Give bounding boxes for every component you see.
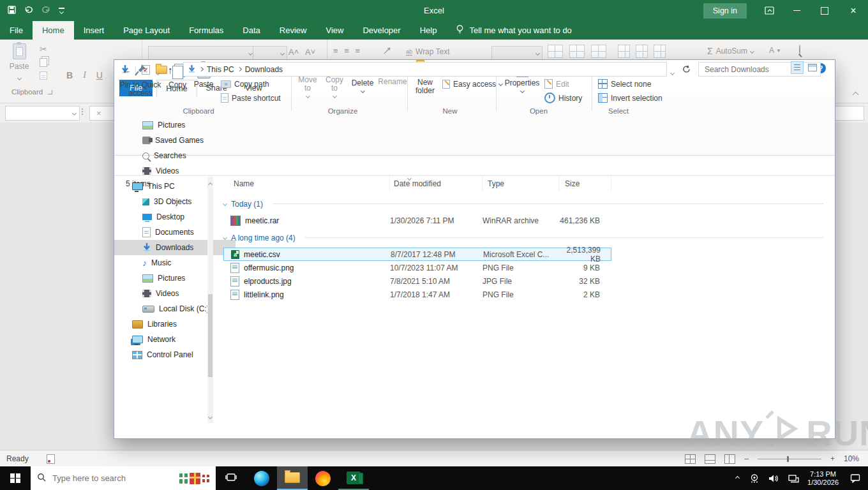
sidebar-item-videos[interactable]: Videos — [114, 163, 236, 179]
sidebar-item-saved-games[interactable]: Saved Games — [114, 133, 236, 148]
recorder-tray-icon[interactable] — [745, 473, 764, 483]
underline-button[interactable]: U — [96, 70, 103, 80]
excel-tab-help[interactable]: Help — [410, 21, 447, 40]
excel-tab-formulas[interactable]: Formulas — [179, 21, 233, 40]
invert-selection-button[interactable]: Invert selection — [598, 92, 662, 104]
paste-shortcut-button[interactable]: Paste shortcut — [221, 92, 281, 104]
zoom-slider[interactable] — [758, 459, 821, 459]
excel-restore-button[interactable] — [811, 0, 839, 21]
large-icons-view-icon[interactable] — [807, 62, 818, 73]
file-row-littlelink-png[interactable]: littlelink.png 1/7/2018 1:47 AM PNG File… — [223, 288, 611, 301]
alignment-buttons[interactable]: ≡ ≡ ≡ — [333, 46, 362, 56]
column-header-name[interactable]: Name — [223, 177, 390, 191]
excel-tab-developer[interactable]: Developer — [353, 21, 410, 40]
zoom-out-icon[interactable]: – — [744, 454, 749, 463]
sidebar-item-3d-objects[interactable]: 3D Objects — [114, 194, 236, 209]
action-center-icon[interactable] — [842, 473, 868, 483]
easy-access-button[interactable]: Easy access — [442, 78, 502, 90]
volume-icon[interactable] — [764, 474, 783, 483]
sidebar-item-documents[interactable]: Documents — [114, 225, 236, 240]
font-name-select[interactable] — [148, 46, 255, 60]
hidden-icons-chevron-icon[interactable] — [730, 477, 745, 480]
excel-tab-home[interactable]: Home — [33, 21, 74, 40]
address-bar[interactable]: This PC Downloads — [183, 62, 667, 77]
sign-in-button[interactable]: Sign in — [703, 3, 747, 19]
sidebar-item-videos-2[interactable]: Videos — [114, 286, 236, 301]
bold-button[interactable]: B — [66, 70, 73, 80]
format-as-table-icon[interactable] — [569, 45, 585, 58]
taskbar-file-explorer-button[interactable] — [277, 466, 308, 490]
file-row-meetic-rar[interactable]: meetic.rar 1/30/2026 7:11 PM WinRAR arch… — [223, 214, 611, 227]
excel-close-button[interactable]: × — [839, 0, 868, 21]
tell-me-box[interactable]: Tell me what you want to do — [446, 21, 581, 40]
excel-tab-view[interactable]: View — [316, 21, 353, 40]
format-painter-icon[interactable] — [40, 71, 47, 80]
shrink-font-icon[interactable]: A˅ — [305, 47, 315, 57]
number-format-select[interactable] — [491, 46, 542, 60]
format-cells-icon[interactable] — [654, 45, 666, 58]
breadcrumb-this-pc[interactable]: This PC — [207, 65, 234, 74]
page-break-view-icon[interactable] — [724, 454, 735, 464]
page-layout-view-icon[interactable] — [705, 454, 715, 464]
normal-view-icon[interactable] — [685, 454, 696, 464]
insert-cells-icon[interactable] — [618, 45, 630, 58]
breadcrumb-downloads[interactable]: Downloads — [245, 65, 283, 74]
taskbar-firefox-button[interactable] — [308, 466, 338, 490]
file-row-meetic-csv[interactable]: ameetic.csv 8/7/2017 12:48 PM Microsoft … — [223, 248, 611, 261]
macro-record-icon[interactable] — [47, 454, 55, 464]
excel-tab-page-layout[interactable]: Page Layout — [114, 21, 179, 40]
column-header-size[interactable]: Size — [559, 177, 611, 191]
select-none-button[interactable]: Select none — [598, 78, 651, 90]
back-icon[interactable]: ← — [122, 64, 131, 75]
sidebar-item-local-disk-c[interactable]: Local Disk (C:) — [114, 301, 236, 316]
file-row-elproducts-jpg[interactable]: elproducts.jpg 7/8/2021 5:10 AM JPG File… — [223, 274, 611, 288]
grow-font-icon[interactable]: A˄ — [288, 47, 299, 57]
file-row-offermusic-png[interactable]: offermusic.png 10/7/2023 11:07 AM PNG Fi… — [223, 261, 611, 274]
collapse-ribbon-icon[interactable] — [853, 90, 858, 99]
sidebar-item-downloads[interactable]: Downloads — [114, 240, 236, 255]
column-header-type[interactable]: Type — [483, 177, 559, 191]
refresh-icon[interactable] — [682, 65, 691, 75]
taskbar-search-input[interactable] — [51, 473, 174, 484]
group-header-long-time-ago[interactable]: A long time ago (4) — [223, 231, 823, 244]
italic-button[interactable]: I — [83, 70, 86, 80]
excel-tab-insert[interactable]: Insert — [74, 21, 114, 40]
excel-minimize-button[interactable] — [782, 0, 811, 21]
up-icon[interactable]: ↑ — [168, 64, 173, 75]
address-dropdown-icon[interactable] — [671, 68, 674, 77]
scroll-up-icon[interactable] — [209, 179, 212, 188]
excel-tab-data[interactable]: Data — [233, 21, 269, 40]
name-box[interactable] — [5, 106, 80, 121]
edit-button[interactable]: Edit — [544, 78, 569, 90]
taskbar-edge-button[interactable] — [246, 466, 277, 490]
ribbon-display-options-icon[interactable] — [756, 0, 782, 21]
cut-icon[interactable]: ✂ — [40, 45, 47, 54]
sidebar-item-pictures[interactable]: Pictures — [114, 117, 236, 133]
conditional-formatting-icon[interactable] — [548, 45, 563, 58]
copy-icon[interactable] — [40, 58, 47, 67]
taskbar-clock[interactable]: 7:13 PM 1/30/2026 — [804, 470, 842, 487]
scrollbar-thumb[interactable] — [208, 294, 213, 377]
sidebar-item-pictures-2[interactable]: Pictures — [114, 271, 236, 286]
sort-filter-icon[interactable]: A▼ — [769, 46, 781, 55]
details-view-icon[interactable] — [791, 61, 804, 74]
taskbar-excel-button[interactable]: X — [338, 466, 369, 490]
navigation-scrollbar[interactable] — [207, 177, 213, 423]
task-view-button[interactable] — [216, 466, 246, 490]
find-select-icon[interactable] — [799, 45, 800, 54]
taskbar-search-box[interactable] — [31, 466, 216, 490]
orientation-icon[interactable] — [383, 46, 392, 57]
scroll-down-icon[interactable] — [209, 412, 212, 420]
recent-locations-icon[interactable] — [156, 68, 160, 77]
zoom-in-icon[interactable]: + — [830, 454, 835, 463]
excel-paste-button[interactable]: Paste — [6, 43, 32, 82]
copy-path-button[interactable]: w Copy path — [221, 78, 269, 90]
history-button[interactable]: History — [544, 92, 582, 104]
wrap-text-button[interactable]: ab Wrap Text — [406, 47, 450, 56]
start-button[interactable] — [0, 466, 31, 490]
formula-bar-splitter[interactable] — [82, 108, 83, 116]
zoom-level[interactable]: 10% — [844, 454, 859, 463]
network-tray-icon[interactable] — [783, 474, 804, 483]
group-header-today[interactable]: Today (1) — [223, 197, 823, 211]
cancel-formula-icon[interactable]: × — [96, 108, 101, 118]
